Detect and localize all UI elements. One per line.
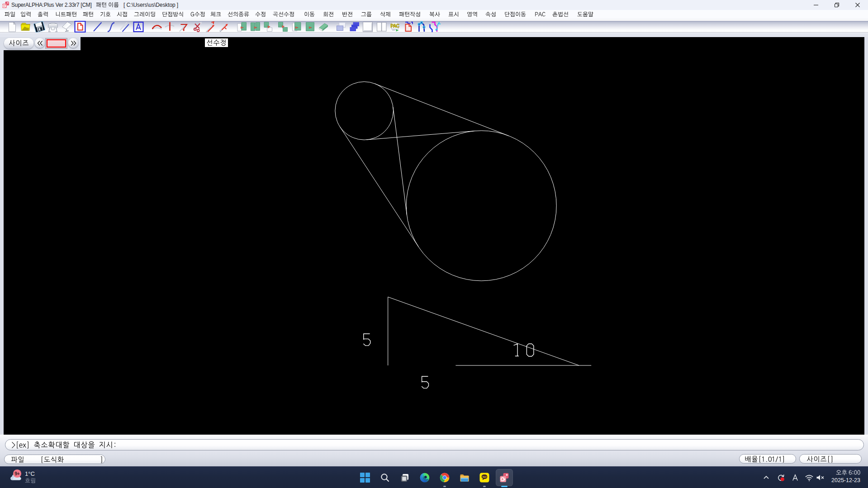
size-next-button[interactable] — [68, 38, 78, 48]
menu-item-file[interactable] — [5, 12, 15, 19]
pac-export-icon[interactable]: PAC — [389, 21, 401, 33]
menu-item-delete[interactable] — [380, 12, 391, 19]
menu-item-pac[interactable] — [535, 12, 545, 19]
size-value-input[interactable] — [45, 38, 67, 49]
window-single-icon[interactable] — [362, 21, 374, 33]
measure-zigzag-tool-icon[interactable] — [434, 21, 446, 33]
taskbar-app-start[interactable] — [355, 467, 375, 488]
menu-item-point-move[interactable] — [504, 12, 526, 19]
window-controls — [806, 0, 868, 10]
save-floppy-icon[interactable] — [33, 21, 45, 33]
taskbar-app-file-explorer[interactable] — [455, 467, 474, 488]
line-edit-tool-icon[interactable] — [205, 21, 217, 33]
menu-item-move[interactable] — [304, 12, 315, 19]
menu-item-edit[interactable] — [255, 12, 266, 19]
menu-item-point-mode[interactable] — [162, 12, 184, 19]
tray-chevron-up-icon[interactable] — [763, 467, 770, 488]
erase-tool-icon[interactable] — [318, 21, 329, 33]
apply-pattern-icon[interactable] — [304, 21, 316, 33]
copy-pattern-multi-icon[interactable] — [250, 21, 261, 33]
paste-pattern-icon[interactable] — [291, 21, 303, 33]
menu-item-seam[interactable] — [117, 12, 128, 19]
outer-tangent-top — [375, 84, 509, 136]
menu-item-view[interactable] — [448, 12, 459, 19]
dimension-label-5-2 — [422, 376, 428, 388]
taskbar-app-search[interactable] — [375, 467, 395, 488]
line-extend-tool-icon[interactable] — [218, 21, 230, 33]
window-file-path: [ C:\Users\us\Desktop ] — [123, 2, 178, 8]
menu-item-curve-edit[interactable] — [273, 12, 294, 19]
digitizer-icon[interactable] — [61, 21, 73, 33]
plotter-icon[interactable] — [47, 21, 59, 33]
pattern-file-red-icon[interactable] — [403, 21, 414, 33]
size-panel — [0, 37, 81, 50]
move-pattern-multi-icon[interactable] — [277, 21, 289, 33]
app-icon — [1, 1, 9, 9]
taskbar-clock[interactable]: 2025-12-23 — [831, 470, 860, 483]
parallel-lines-tool-icon[interactable] — [119, 21, 131, 33]
menu-item-help[interactable] — [577, 12, 593, 19]
menu-item-grading[interactable] — [134, 12, 156, 19]
minimize-button[interactable] — [806, 0, 826, 10]
toolbar-lower-band — [0, 33, 868, 37]
menu-item-rotate[interactable] — [323, 12, 334, 19]
status-file-label — [11, 456, 24, 463]
path-nodes-tool-icon[interactable] — [417, 21, 429, 33]
menu-item-knit-pattern[interactable] — [55, 12, 77, 19]
menu-item-pattern-make[interactable] — [399, 12, 421, 19]
title-bar: SuperALPHA:Plus Ver 2.33r7 [CM] [ C:\Use… — [0, 0, 868, 10]
tray-wifi-icon[interactable] — [805, 467, 814, 488]
pattern-document-icon[interactable] — [74, 21, 86, 33]
restore-button[interactable] — [826, 0, 847, 10]
taskbar-app-chrome[interactable] — [435, 467, 455, 488]
taskbar-app-kakaotalk[interactable]: TALK — [474, 467, 494, 488]
status-scale-text — [745, 456, 785, 463]
menu-item-check[interactable] — [210, 12, 221, 19]
taskbar-app-edge[interactable] — [415, 467, 435, 488]
menu-item-g-edit[interactable] — [190, 12, 205, 19]
arc-tool-icon[interactable] — [151, 21, 163, 33]
menu-item-mirror[interactable] — [342, 12, 353, 19]
menu-item-line-type[interactable] — [228, 12, 249, 19]
menu-item-copy[interactable] — [429, 12, 440, 19]
command-status-zone — [0, 435, 868, 466]
tray-ime-korean-a-icon[interactable] — [792, 467, 799, 488]
menu-item-group[interactable] — [361, 12, 372, 19]
command-input[interactable] — [5, 439, 864, 450]
menu-item-pattern[interactable] — [83, 12, 94, 19]
menu-item-dim-line[interactable] — [552, 12, 569, 19]
curve-tool-icon[interactable] — [105, 21, 117, 33]
size-prev-button[interactable] — [35, 38, 45, 48]
taskbar-app-task-view[interactable] — [395, 467, 415, 488]
status-size-badge — [799, 454, 862, 464]
cut-scissors-tool-icon[interactable] — [192, 21, 204, 33]
window-overlap-icon[interactable] — [335, 21, 347, 33]
menu-item-property[interactable] — [485, 12, 496, 19]
close-button[interactable] — [847, 0, 868, 10]
open-folder-icon[interactable] — [20, 21, 32, 33]
line-tool-icon[interactable] — [92, 21, 104, 33]
size-panel-label — [4, 38, 33, 49]
status-size-text — [806, 456, 834, 463]
menu-item-symbol[interactable] — [100, 12, 111, 19]
point-insert-tool-icon[interactable] — [164, 21, 175, 33]
new-document-icon[interactable] — [6, 21, 18, 33]
menu-item-output[interactable] — [38, 12, 48, 19]
weather-widget[interactable]: 9+ 1°C — [10, 470, 36, 484]
active-indicator — [501, 486, 508, 487]
line-bend-tool-icon[interactable] — [178, 21, 190, 33]
toolbar-strip: PAC — [0, 21, 868, 33]
copy-pattern-icon[interactable] — [236, 21, 248, 33]
pattern-name-label — [96, 2, 119, 8]
menu-item-area[interactable] — [467, 12, 478, 19]
window-split-icon[interactable] — [376, 21, 388, 33]
outer-tangent-left — [340, 127, 418, 247]
status-file-mode — [4, 455, 105, 464]
move-pattern-icon[interactable] — [263, 21, 275, 33]
taskbar-app-superalpha[interactable] — [494, 467, 514, 488]
tray-update-sync-icon[interactable] — [776, 467, 785, 488]
tray-volume-muted-icon[interactable] — [816, 467, 825, 488]
menu-item-input[interactable] — [20, 12, 31, 19]
text-tool-icon[interactable] — [133, 21, 144, 33]
windows-stack-icon[interactable] — [349, 21, 360, 33]
